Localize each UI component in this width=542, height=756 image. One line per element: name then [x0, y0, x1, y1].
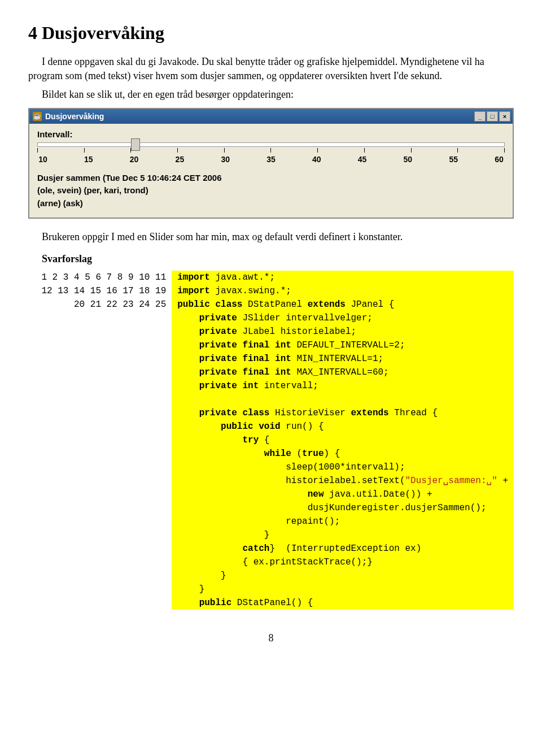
svarforslag-heading: Svarforslag	[42, 252, 514, 266]
close-button[interactable]: ×	[499, 111, 510, 121]
section-heading: 4 Dusjovervåking	[28, 23, 514, 44]
slider-ticks	[37, 148, 505, 154]
intervall-slider[interactable]	[37, 142, 505, 147]
intervall-label: Intervall:	[37, 129, 505, 139]
intro-paragraph-2: Bildet kan se slik ut, der en egen tråd …	[28, 88, 514, 102]
status-line-3: (arne) (ask)	[37, 197, 505, 210]
window-title: Dusjovervåking	[45, 112, 473, 121]
slider-tick-labels: 1015202530354045505560	[37, 155, 505, 164]
window-content: Intervall: 1015202530354045505560 Dusjer…	[29, 124, 513, 218]
window-titlebar[interactable]: ☕ Dusjovervåking _ □ ×	[29, 109, 513, 124]
status-text: Dusjer sammen (Tue Dec 5 10:46:24 CET 20…	[37, 172, 505, 210]
code-content: import java.awt.*; import javax.swing.*;…	[172, 271, 514, 610]
post-image-paragraph: Brukeren oppgir I med en Slider som har …	[28, 230, 514, 244]
java-cup-icon: ☕	[33, 112, 42, 121]
status-line-2: (ole, svein) (per, kari, trond)	[37, 184, 505, 197]
maximize-button[interactable]: □	[487, 111, 498, 121]
page-number: 8	[28, 632, 514, 644]
app-window: ☕ Dusjovervåking _ □ × Intervall: 101520…	[28, 108, 514, 219]
code-block: 1 2 3 4 5 6 7 8 9 10 11 12 13 14 15 16 1…	[28, 271, 514, 610]
line-numbers: 1 2 3 4 5 6 7 8 9 10 11 12 13 14 15 16 1…	[28, 271, 172, 610]
minimize-button[interactable]: _	[474, 111, 486, 121]
status-line-1: Dusjer sammen (Tue Dec 5 10:46:24 CET 20…	[37, 172, 505, 185]
intro-paragraph-1: I denne oppgaven skal du gi Javakode. Du…	[28, 55, 514, 83]
